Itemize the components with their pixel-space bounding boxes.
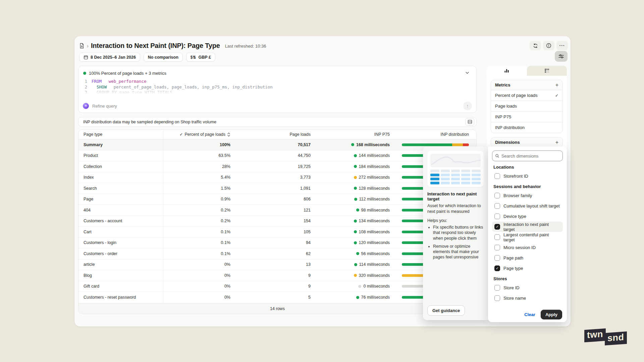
apply-button[interactable]: Apply	[541, 310, 562, 319]
metric-item[interactable]: INP P75	[491, 111, 562, 122]
inp-p75-cell: 108 milliseconds	[311, 227, 390, 237]
checkbox-unchecked[interactable]	[494, 255, 500, 261]
metrics-group: Metrics + Percent of page loads✓Page loa…	[491, 80, 563, 133]
clear-button[interactable]: Clear	[524, 312, 535, 317]
metrics-items: Percent of page loads✓Page loadsINP P75I…	[491, 90, 562, 133]
checkbox-unchecked[interactable]	[494, 234, 500, 240]
page-type-cell: article	[78, 259, 163, 270]
inp-status-dot	[354, 263, 357, 266]
dimension-info-popover: Interaction to next paint target Asset f…	[423, 146, 488, 320]
breadcrumb-chevron-icon[interactable]: ›	[87, 43, 89, 49]
checkbox-checked[interactable]: ✓	[494, 265, 500, 271]
page-type-cell: Customers - account	[78, 216, 163, 227]
page-type-cell: Cart	[78, 227, 163, 237]
inp-status-dot	[354, 198, 357, 201]
add-metric-button[interactable]: +	[555, 83, 558, 87]
table-view-button[interactable]	[465, 118, 474, 126]
report-file-icon	[79, 43, 85, 49]
metrics-group-header: Metrics +	[491, 80, 562, 90]
results-table: Page type ✓ Percent of page loads Page l…	[78, 129, 477, 314]
table-row[interactable]: Customers - account0.2%154134 millisecon…	[78, 216, 476, 227]
checkbox-unchecked[interactable]	[494, 193, 500, 198]
inp-p75-value: 168 milliseconds	[356, 142, 390, 147]
comparison-chip[interactable]: No comparison	[144, 53, 183, 62]
metric-item[interactable]: INP distribution	[491, 122, 562, 133]
tab-pivot-table[interactable]	[527, 66, 567, 76]
dimension-option[interactable]: Store name	[492, 293, 563, 303]
checkbox-unchecked[interactable]	[494, 285, 500, 291]
dimension-option[interactable]: Store ID	[492, 283, 563, 293]
refine-query-placeholder[interactable]: Refine query	[92, 104, 117, 109]
dimension-option[interactable]: ✓Interaction to next paint target	[492, 222, 563, 232]
more-actions-button[interactable]: ···	[556, 41, 568, 50]
metric-item[interactable]: Percent of page loads✓	[491, 90, 562, 101]
dimension-option[interactable]: Device type	[492, 211, 563, 222]
collapse-query-button[interactable]	[463, 70, 472, 77]
checkbox-unchecked[interactable]	[494, 214, 500, 219]
table-row[interactable]: article0%13114 milliseconds	[78, 259, 476, 270]
checkbox-checked[interactable]: ✓	[494, 224, 500, 230]
col-header-percent[interactable]: ✓ Percent of page loads	[163, 130, 230, 139]
page-loads-cell: 62	[230, 248, 311, 259]
info-icon	[546, 43, 551, 48]
checkbox-unchecked[interactable]	[494, 295, 500, 301]
dimension-option[interactable]: ✓Page type	[492, 263, 563, 274]
page-loads-cell: 105	[230, 227, 311, 237]
page-loads-cell: 19,725	[230, 161, 311, 172]
table-row[interactable]: 4040.2%12198 milliseconds	[78, 205, 476, 216]
submit-refine-button[interactable]: ↑	[463, 102, 472, 110]
col-header-page-type[interactable]: Page type	[78, 130, 163, 139]
preview-cell	[430, 178, 439, 180]
table-row[interactable]: Page0.9%606112 milliseconds	[78, 194, 476, 205]
col-header-inp-p75[interactable]: INP P75	[311, 130, 390, 139]
table-row[interactable]: Customers - order0.1%6256 milliseconds	[78, 248, 476, 259]
preview-cell	[441, 174, 450, 176]
refresh-button[interactable]	[530, 41, 541, 50]
last-refreshed-text: Last refreshed: 10:36	[225, 43, 266, 49]
table-row[interactable]: Collection28%19,725184 milliseconds	[78, 161, 476, 172]
dimension-option[interactable]: Page path	[492, 253, 563, 263]
table-row[interactable]: Customers - reset password0%576 millisec…	[78, 292, 476, 303]
table-row[interactable]: Blog0%9320 milliseconds	[78, 270, 476, 281]
dimension-list: LocationsStorefront IDSessions and behav…	[492, 161, 563, 303]
checkbox-unchecked[interactable]	[494, 173, 500, 179]
table-row[interactable]: Gift card0%90 milliseconds	[78, 281, 476, 292]
table-row[interactable]: Product63.5%44,750144 milliseconds	[78, 150, 476, 162]
dimension-option[interactable]: Storefront ID	[492, 171, 563, 181]
dimension-option[interactable]: Cumulative layout shift target	[492, 201, 563, 211]
percent-cell: 0.2%	[163, 216, 230, 227]
get-guidance-button[interactable]: Get guidance	[427, 305, 465, 316]
col-header-inp-distribution[interactable]: INP distribution	[390, 130, 476, 139]
ellipsis-icon: ···	[559, 43, 565, 48]
table-row[interactable]: Search1.5%1,091128 milliseconds	[78, 183, 476, 194]
query-code[interactable]: 1FROM web_performance2 SHOW percent_of_p…	[84, 79, 476, 94]
customize-button[interactable]	[555, 51, 568, 62]
dimension-option[interactable]: Micro session ID	[492, 242, 563, 253]
page-type-cell: Collection	[78, 161, 163, 172]
table-row[interactable]: Summary100%70,517168 milliseconds	[78, 139, 476, 150]
preview-cell	[472, 178, 481, 180]
metric-item[interactable]: Page loads	[491, 101, 562, 111]
checkbox-unchecked[interactable]	[494, 245, 500, 250]
table-row[interactable]: Index5.4%3,773272 milliseconds	[78, 172, 476, 183]
tab-visualization[interactable]	[487, 66, 527, 76]
date-range-chip[interactable]: 8 Dec 2025–6 Jan 2026	[79, 53, 140, 62]
search-dimensions-input[interactable]	[501, 154, 560, 159]
dimension-option[interactable]: Largest contentful paint target	[492, 232, 563, 242]
checkbox-unchecked[interactable]	[494, 203, 500, 209]
inp-status-dot	[354, 187, 357, 190]
col-header-page-loads[interactable]: Page loads	[230, 130, 311, 139]
preview-cell	[441, 170, 450, 172]
dimension-option[interactable]: Browser family	[492, 190, 563, 201]
add-dimension-button[interactable]: +	[555, 140, 558, 145]
inp-status-dot	[356, 252, 359, 255]
dropdown-footer: Clear Apply	[488, 307, 567, 322]
page-loads-cell: 1,091	[230, 183, 311, 194]
chevron-down-icon	[465, 70, 470, 75]
percent-cell: 0.9%	[163, 194, 230, 205]
info-button[interactable]	[543, 41, 554, 50]
page-title: Interaction to Next Paint (INP): Page Ty…	[91, 42, 220, 50]
table-row[interactable]: Cart0.1%105108 milliseconds	[78, 227, 476, 238]
table-row[interactable]: Customers - login0.1%94120 milliseconds	[78, 238, 476, 249]
currency-chip[interactable]: $⇅ GBP £	[186, 53, 215, 62]
